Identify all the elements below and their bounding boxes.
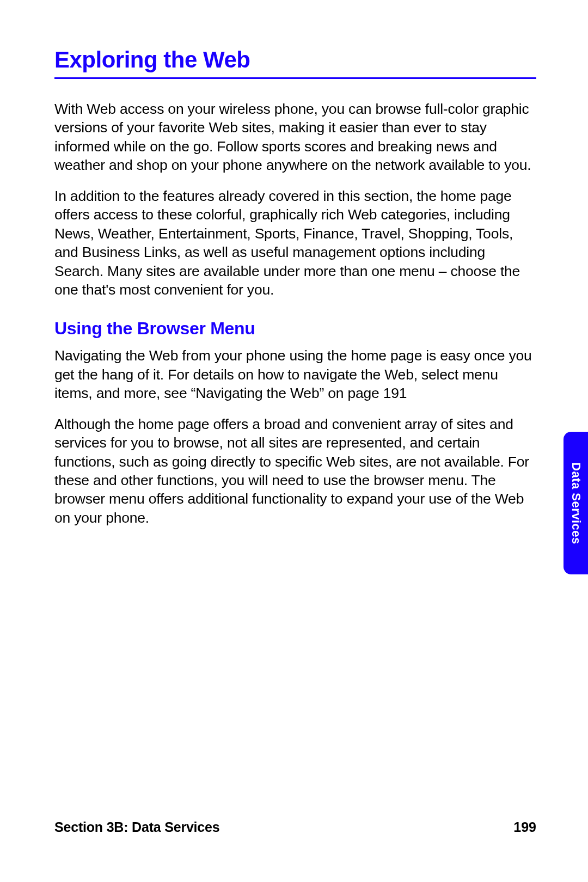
footer-section-label: Section 3B: Data Services — [54, 819, 219, 835]
section-paragraph-2: Although the home page offers a broad an… — [54, 415, 536, 528]
footer-page-number: 199 — [513, 819, 536, 835]
page-footer: Section 3B: Data Services 199 — [54, 819, 536, 835]
intro-paragraph-2: In addition to the features already cove… — [54, 187, 536, 299]
page-title: Exploring the Web — [54, 47, 536, 79]
section-paragraph-1: Navigating the Web from your phone using… — [54, 346, 536, 402]
section-heading: Using the Browser Menu — [54, 318, 536, 339]
document-page: Exploring the Web With Web access on you… — [0, 0, 588, 882]
side-tab-label: Data Services — [569, 462, 583, 544]
intro-paragraph-1: With Web access on your wireless phone, … — [54, 100, 536, 175]
side-tab: Data Services — [564, 432, 588, 574]
